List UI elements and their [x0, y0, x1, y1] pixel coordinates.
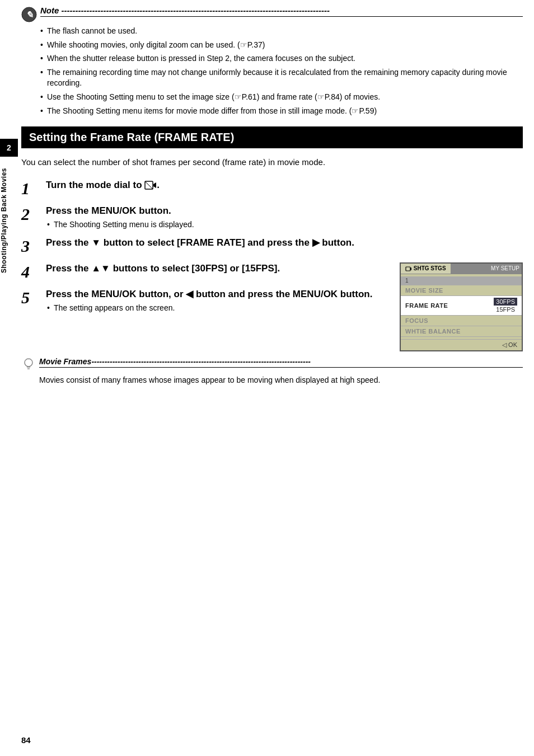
svg-point-7: [25, 359, 32, 367]
cam-option-30fps: 30FPS: [494, 298, 517, 306]
step-5: 5 Press the MENU/OK button, or ◀ button …: [21, 288, 392, 312]
sidebar: 2 Shooting/Playing Back Movies: [0, 0, 18, 756]
step-1-content: Turn the mode dial to .: [46, 179, 523, 192]
camera-screen: SHTG STGS MY SETUP 1 MOVIE SIZE: [400, 262, 523, 351]
step-4-number: 4: [21, 264, 41, 280]
cam-row-white-balance: WHTIE BALANCE: [401, 326, 522, 337]
note-bullet-5: Use the Shooting Setting menu to set the…: [40, 92, 523, 103]
step-3: 3 Press the ▼ button to select [FRAME RA…: [21, 237, 523, 255]
svg-rect-5: [406, 267, 410, 271]
movie-note-body: Movies consist of many frames whose imag…: [39, 375, 523, 386]
movie-frames-note: Movie Frames----------------------------…: [21, 357, 523, 386]
cam-options: 30FPS 15FPS: [494, 298, 517, 313]
cam-row-frame-rate: FRAME RATE 30FPS 15FPS: [401, 296, 522, 316]
cam-row-number: 1: [401, 276, 522, 285]
step-2-number: 2: [21, 206, 41, 223]
step-4-content: Press the ▲▼ buttons to select [30FPS] o…: [46, 262, 392, 275]
step-5-number: 5: [21, 289, 41, 306]
cam-option-15fps: 15FPS: [494, 306, 517, 313]
svg-text:✎: ✎: [26, 10, 33, 20]
note-title: Note -----------------------------------…: [40, 6, 523, 17]
cam-tab-row: SHTG STGS MY SETUP: [401, 264, 522, 274]
step-5-content: Press the MENU/OK button, or ◀ button an…: [46, 288, 392, 312]
step-1: 1 Turn the mode dial to .: [21, 179, 523, 197]
step-3-content: Press the ▼ button to select [FRAME RATE…: [46, 237, 523, 250]
steps-container: 1 Turn the mode dial to . 2 Press the ME…: [21, 179, 523, 351]
step-4-text: Press the ▲▼ buttons to select [30FPS] o…: [46, 262, 392, 275]
step-5-text: Press the MENU/OK button, or ◀ button an…: [46, 288, 392, 301]
cam-row-focus: FOCUS: [401, 316, 522, 326]
step-2-text: Press the MENU/OK button.: [46, 205, 523, 218]
note-bullet-4: The remaining recording time may not cha…: [40, 67, 523, 89]
step-1-number: 1: [21, 180, 41, 197]
step-2-sub-1: The Shooting Setting menu is displayed.: [47, 220, 523, 229]
step-1-text: Turn the mode dial to .: [46, 179, 523, 192]
main-content: ✎ Note ---------------------------------…: [21, 0, 523, 386]
cam-row-movie-size: MOVIE SIZE: [401, 285, 522, 296]
steps-4-5-container: 4 Press the ▲▼ buttons to select [30FPS]…: [21, 262, 523, 351]
note-bullet-6: The Shooting Setting menu items for movi…: [40, 106, 523, 117]
cam-body: 1 MOVIE SIZE FRAME RATE 30FPS: [401, 274, 522, 339]
step-3-text: Press the ▼ button to select [FRAME RATE…: [46, 237, 523, 250]
page-number: 84: [21, 735, 31, 745]
step-2-sub: The Shooting Setting menu is displayed.: [47, 220, 523, 229]
chapter-number: 2: [0, 139, 18, 157]
lightbulb-icon: [21, 357, 36, 372]
note-bullets: The flash cannot be used. While shooting…: [40, 26, 523, 116]
movie-note-header: Movie Frames----------------------------…: [21, 357, 523, 372]
step-3-number: 3: [21, 238, 41, 255]
step-5-sub-1: The setting appears on the screen.: [47, 303, 392, 312]
sidebar-label: Shooting/Playing Back Movies: [0, 168, 18, 273]
note-header: ✎ Note ---------------------------------…: [21, 6, 523, 22]
steps-4-5-left: 4 Press the ▲▼ buttons to select [30FPS]…: [21, 262, 392, 320]
cam-footer: ◁ OK: [401, 339, 522, 350]
step-5-sub: The setting appears on the screen.: [47, 303, 392, 312]
section-intro: You can select the number of shot frames…: [21, 156, 523, 169]
movie-note-title: Movie Frames----------------------------…: [39, 357, 523, 368]
step-2: 2 Press the MENU/OK button. The Shooting…: [21, 205, 523, 229]
cam-tab-my-setup: MY SETUP: [451, 264, 522, 274]
movie-dial-icon: [144, 180, 157, 191]
step-2-content: Press the MENU/OK button. The Shooting S…: [46, 205, 523, 229]
section-title: Setting the Frame Rate (FRAME RATE): [21, 126, 523, 148]
cam-tab-shtg-stgs: SHTG STGS: [401, 264, 451, 274]
note-section: ✎ Note ---------------------------------…: [21, 6, 523, 116]
camera-small-icon: [405, 265, 412, 272]
note-bullet-3: When the shutter release button is press…: [40, 53, 523, 64]
note-icon: ✎: [21, 7, 37, 22]
svg-marker-3: [153, 182, 156, 188]
step-4: 4 Press the ▲▼ buttons to select [30FPS]…: [21, 262, 392, 280]
note-bullet-1: The flash cannot be used.: [40, 26, 523, 37]
note-bullet-2: While shooting movies, only digital zoom…: [40, 40, 523, 51]
svg-line-4: [145, 181, 153, 189]
